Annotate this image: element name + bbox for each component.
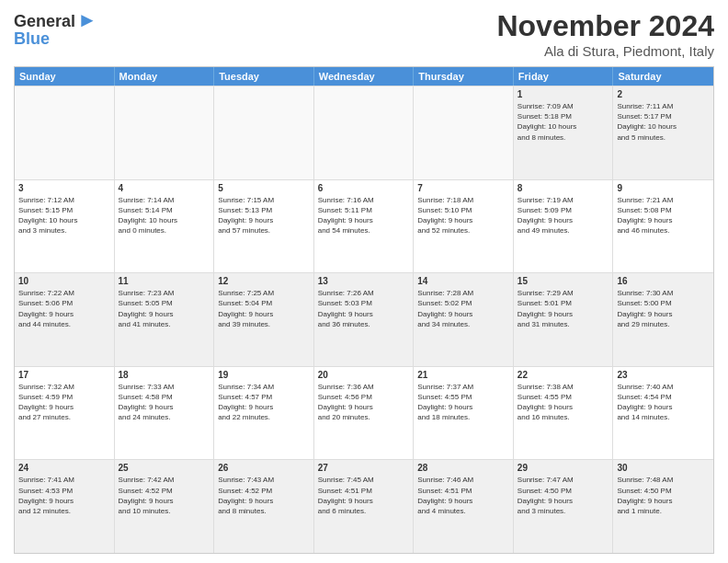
logo-general: General <box>14 12 75 30</box>
calendar-cell: 22Sunrise: 7:38 AMSunset: 4:55 PMDayligh… <box>514 367 614 460</box>
day-header: Saturday <box>613 67 713 86</box>
day-number: 16 <box>617 276 710 286</box>
calendar-cell <box>414 86 514 179</box>
day-header: Friday <box>514 67 614 86</box>
calendar: SundayMondayTuesdayWednesdayThursdayFrid… <box>14 66 714 554</box>
day-info: Sunrise: 7:14 AMSunset: 5:14 PMDaylight:… <box>119 195 210 236</box>
day-info: Sunrise: 7:42 AMSunset: 4:52 PMDaylight:… <box>119 475 210 516</box>
location: Ala di Stura, Piedmont, Italy <box>496 43 714 59</box>
day-info: Sunrise: 7:15 AMSunset: 5:13 PMDaylight:… <box>218 195 310 236</box>
calendar-row: 10Sunrise: 7:22 AMSunset: 5:06 PMDayligh… <box>15 272 713 366</box>
day-info: Sunrise: 7:47 AMSunset: 4:50 PMDaylight:… <box>518 475 609 516</box>
title-section: November 2024 Ala di Stura, Piedmont, It… <box>496 9 714 59</box>
day-number: 12 <box>218 276 310 286</box>
day-number: 25 <box>119 463 210 473</box>
day-number: 24 <box>18 463 110 473</box>
day-info: Sunrise: 7:18 AMSunset: 5:10 PMDaylight:… <box>417 195 509 236</box>
day-number: 18 <box>119 370 210 380</box>
calendar-cell: 11Sunrise: 7:23 AMSunset: 5:05 PMDayligh… <box>115 273 215 366</box>
day-number: 29 <box>518 463 609 473</box>
calendar-cell: 19Sunrise: 7:34 AMSunset: 4:57 PMDayligh… <box>214 367 314 460</box>
day-info: Sunrise: 7:41 AMSunset: 4:53 PMDaylight:… <box>18 475 110 516</box>
calendar-cell: 4Sunrise: 7:14 AMSunset: 5:14 PMDaylight… <box>115 180 215 273</box>
calendar-cell: 7Sunrise: 7:18 AMSunset: 5:10 PMDaylight… <box>414 180 514 273</box>
day-number: 13 <box>318 276 410 286</box>
calendar-cell: 12Sunrise: 7:25 AMSunset: 5:04 PMDayligh… <box>214 273 314 366</box>
logo-bird-icon: ► <box>77 8 97 31</box>
day-info: Sunrise: 7:19 AMSunset: 5:09 PMDaylight:… <box>518 195 609 236</box>
day-number: 4 <box>119 183 210 193</box>
day-info: Sunrise: 7:22 AMSunset: 5:06 PMDaylight:… <box>18 288 110 329</box>
logo: General► Blue <box>14 9 97 49</box>
day-info: Sunrise: 7:29 AMSunset: 5:01 PMDaylight:… <box>518 288 609 329</box>
calendar-cell: 28Sunrise: 7:46 AMSunset: 4:51 PMDayligh… <box>414 460 514 553</box>
day-number: 2 <box>617 89 710 99</box>
day-number: 19 <box>218 370 310 380</box>
day-number: 14 <box>417 276 509 286</box>
day-info: Sunrise: 7:46 AMSunset: 4:51 PMDaylight:… <box>417 475 509 516</box>
header: General► Blue November 2024 Ala di Stura… <box>14 9 714 59</box>
logo-text: General► <box>14 9 97 31</box>
calendar-row: 24Sunrise: 7:41 AMSunset: 4:53 PMDayligh… <box>15 459 713 553</box>
day-info: Sunrise: 7:11 AMSunset: 5:17 PMDaylight:… <box>617 101 710 143</box>
day-number: 15 <box>518 276 609 286</box>
calendar-cell: 13Sunrise: 7:26 AMSunset: 5:03 PMDayligh… <box>314 273 415 366</box>
day-info: Sunrise: 7:28 AMSunset: 5:02 PMDaylight:… <box>417 288 509 329</box>
calendar-cell: 20Sunrise: 7:36 AMSunset: 4:56 PMDayligh… <box>314 367 415 460</box>
day-number: 30 <box>617 463 710 473</box>
calendar-cell: 29Sunrise: 7:47 AMSunset: 4:50 PMDayligh… <box>514 460 614 553</box>
calendar-cell: 3Sunrise: 7:12 AMSunset: 5:15 PMDaylight… <box>15 180 115 273</box>
calendar-cell: 23Sunrise: 7:40 AMSunset: 4:54 PMDayligh… <box>613 367 713 460</box>
day-info: Sunrise: 7:38 AMSunset: 4:55 PMDaylight:… <box>518 382 609 423</box>
calendar-cell <box>314 86 415 179</box>
day-number: 6 <box>318 183 410 193</box>
day-number: 8 <box>518 183 609 193</box>
day-number: 21 <box>417 370 509 380</box>
calendar-cell: 30Sunrise: 7:48 AMSunset: 4:50 PMDayligh… <box>613 460 713 553</box>
day-number: 27 <box>318 463 410 473</box>
calendar-cell: 24Sunrise: 7:41 AMSunset: 4:53 PMDayligh… <box>15 460 115 553</box>
calendar-cell: 25Sunrise: 7:42 AMSunset: 4:52 PMDayligh… <box>115 460 215 553</box>
day-info: Sunrise: 7:30 AMSunset: 5:00 PMDaylight:… <box>617 288 710 329</box>
calendar-cell: 8Sunrise: 7:19 AMSunset: 5:09 PMDaylight… <box>514 180 614 273</box>
calendar-cell: 1Sunrise: 7:09 AMSunset: 5:18 PMDaylight… <box>514 86 614 179</box>
calendar-cell: 27Sunrise: 7:45 AMSunset: 4:51 PMDayligh… <box>314 460 415 553</box>
day-info: Sunrise: 7:12 AMSunset: 5:15 PMDaylight:… <box>18 195 110 236</box>
calendar-cell: 21Sunrise: 7:37 AMSunset: 4:55 PMDayligh… <box>414 367 514 460</box>
day-info: Sunrise: 7:36 AMSunset: 4:56 PMDaylight:… <box>318 382 410 423</box>
logo-blue: Blue <box>14 29 50 49</box>
day-number: 7 <box>417 183 509 193</box>
day-header: Wednesday <box>314 67 415 86</box>
calendar-cell <box>15 86 115 179</box>
day-header: Thursday <box>414 67 514 86</box>
calendar-cell: 26Sunrise: 7:43 AMSunset: 4:52 PMDayligh… <box>214 460 314 553</box>
calendar-cell: 16Sunrise: 7:30 AMSunset: 5:00 PMDayligh… <box>613 273 713 366</box>
day-info: Sunrise: 7:26 AMSunset: 5:03 PMDaylight:… <box>318 288 410 329</box>
day-info: Sunrise: 7:43 AMSunset: 4:52 PMDaylight:… <box>218 475 310 516</box>
day-number: 5 <box>218 183 310 193</box>
day-header: Monday <box>115 67 215 86</box>
day-info: Sunrise: 7:21 AMSunset: 5:08 PMDaylight:… <box>617 195 710 236</box>
day-info: Sunrise: 7:16 AMSunset: 5:11 PMDaylight:… <box>318 195 410 236</box>
day-number: 22 <box>518 370 609 380</box>
calendar-cell <box>214 86 314 179</box>
calendar-row: 3Sunrise: 7:12 AMSunset: 5:15 PMDaylight… <box>15 179 713 273</box>
calendar-cell: 15Sunrise: 7:29 AMSunset: 5:01 PMDayligh… <box>514 273 614 366</box>
day-info: Sunrise: 7:32 AMSunset: 4:59 PMDaylight:… <box>18 382 110 423</box>
day-number: 1 <box>518 89 609 99</box>
calendar-row: 17Sunrise: 7:32 AMSunset: 4:59 PMDayligh… <box>15 366 713 460</box>
calendar-cell: 5Sunrise: 7:15 AMSunset: 5:13 PMDaylight… <box>214 180 314 273</box>
day-info: Sunrise: 7:40 AMSunset: 4:54 PMDaylight:… <box>617 382 710 423</box>
day-number: 26 <box>218 463 310 473</box>
day-info: Sunrise: 7:33 AMSunset: 4:58 PMDaylight:… <box>119 382 210 423</box>
day-number: 3 <box>18 183 110 193</box>
calendar-cell: 2Sunrise: 7:11 AMSunset: 5:17 PMDaylight… <box>613 86 713 179</box>
calendar-cell: 6Sunrise: 7:16 AMSunset: 5:11 PMDaylight… <box>314 180 415 273</box>
day-info: Sunrise: 7:45 AMSunset: 4:51 PMDaylight:… <box>318 475 410 516</box>
day-info: Sunrise: 7:25 AMSunset: 5:04 PMDaylight:… <box>218 288 310 329</box>
day-number: 10 <box>18 276 110 286</box>
day-number: 28 <box>417 463 509 473</box>
day-info: Sunrise: 7:37 AMSunset: 4:55 PMDaylight:… <box>417 382 509 423</box>
day-info: Sunrise: 7:34 AMSunset: 4:57 PMDaylight:… <box>218 382 310 423</box>
calendar-body: 1Sunrise: 7:09 AMSunset: 5:18 PMDaylight… <box>15 86 713 553</box>
